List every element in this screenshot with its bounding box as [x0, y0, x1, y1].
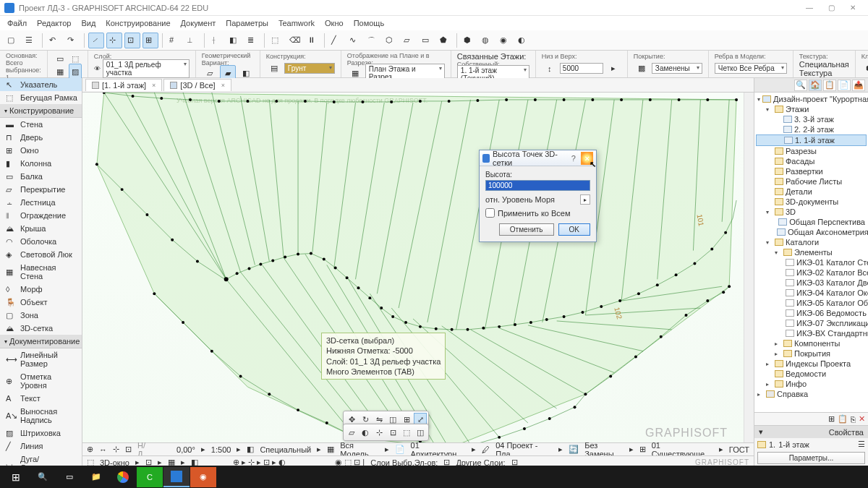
tool-snap-2[interactable]: ⊹	[106, 33, 122, 48]
height-icon[interactable]: ↕	[542, 61, 558, 77]
toolbox-design-header[interactable]: ▾Конструирование	[0, 104, 82, 118]
cover-icon[interactable]: ▩	[634, 61, 650, 77]
tool-suspend[interactable]: ⏸	[305, 33, 320, 48]
dialog-height-input[interactable]	[485, 180, 590, 191]
tool-object[interactable]: ◧	[226, 33, 242, 48]
nav-action-del[interactable]: ✕	[859, 414, 865, 424]
dialog-cancel-button[interactable]: Отменить	[499, 223, 554, 236]
pet2-1[interactable]: ▱	[345, 426, 358, 439]
tool-line6[interactable]: ▭	[419, 33, 435, 48]
tool-3d-2[interactable]: ◍	[479, 33, 495, 48]
constr-icon[interactable]: ▤	[266, 61, 282, 77]
tool-grid[interactable]: #	[166, 33, 182, 48]
menu-help[interactable]: Помощь	[349, 17, 389, 29]
taskbar-start[interactable]: ⊞	[3, 467, 29, 487]
menu-teamwork[interactable]: Teamwork	[274, 17, 319, 29]
tool-stair[interactable]: ⫠Лестница	[0, 196, 82, 209]
taskbar-app1[interactable]: C	[137, 467, 163, 487]
tool-mesh[interactable]: ⛰3D-сетка	[0, 322, 82, 335]
menu-window[interactable]: Окно	[320, 17, 348, 29]
nav-tab-layout[interactable]: 📄	[838, 80, 851, 91]
tool-trash[interactable]: ⌫	[286, 33, 302, 48]
tool-beam[interactable]: ▭Балка	[0, 170, 82, 183]
tool-line2[interactable]: ∿	[346, 33, 362, 48]
class-icon[interactable]: ⬢	[861, 61, 868, 77]
props-btn[interactable]: ☰	[858, 440, 865, 449]
tool-label[interactable]: A↘Выносная Надпись	[0, 405, 82, 427]
nav-tab-publisher[interactable]: 📤	[852, 80, 865, 91]
tool-3d-3[interactable]: ◉	[497, 33, 513, 48]
tool-snap-4[interactable]: ⊞	[142, 33, 158, 48]
tool-select[interactable]: ⬚	[268, 33, 284, 48]
tool-window[interactable]: ⊞Окно	[0, 144, 82, 157]
tool-pointer[interactable]: ↖Указатель	[0, 78, 82, 91]
tool-curtain[interactable]: ▦Навесная Стена	[0, 261, 82, 283]
tool-line7[interactable]: ⬟	[437, 33, 453, 48]
tab-3d[interactable]: [3D / Все]×	[163, 79, 231, 91]
tool-slab[interactable]: ▱Перекрытие	[0, 183, 82, 196]
menu-edit[interactable]: Редактор	[33, 17, 75, 29]
layer-select[interactable]: 01_1 3Д рельеф участка	[103, 59, 190, 78]
nav-action-2[interactable]: 📋	[838, 414, 848, 424]
props-settings-button[interactable]: Параметры...	[757, 452, 865, 464]
pet2-5[interactable]: ⬚	[400, 426, 413, 439]
dialog-ref-button[interactable]: ▸	[580, 194, 590, 205]
tool-line5[interactable]: ▱	[401, 33, 417, 48]
menu-options[interactable]: Параметры	[221, 17, 273, 29]
tool-open[interactable]: ☰	[22, 33, 38, 48]
pet2-2[interactable]: ◐	[359, 426, 372, 439]
tool-zone[interactable]: ▢Зона	[0, 309, 82, 322]
tool-skylight[interactable]: ◈Световой Люк	[0, 248, 82, 261]
tool-marquee[interactable]: ⬚Бегущая Рамка	[0, 91, 82, 104]
menu-view[interactable]: Вид	[77, 17, 100, 29]
props-header[interactable]: Свойства	[829, 428, 864, 437]
tool-text[interactable]: AТекст	[0, 392, 82, 405]
edges-select[interactable]: Четко Все Ребра	[715, 63, 787, 74]
constr-select[interactable]: Грунт	[284, 63, 335, 74]
dialog-help-button[interactable]: ?	[569, 154, 578, 163]
tool-3d-1[interactable]: ⬢	[461, 33, 477, 48]
tool-line3[interactable]: ⌒	[365, 33, 380, 48]
tool-morph[interactable]: ◊Морф	[0, 283, 82, 296]
tool-3d-4[interactable]: ◐	[515, 33, 531, 48]
status-scale[interactable]: 1:500	[211, 445, 231, 454]
tool-line4[interactable]: ⬡	[383, 33, 399, 48]
minimize-button[interactable]: —	[799, 1, 820, 15]
tool-new[interactable]: ▢	[4, 33, 20, 48]
tool-layer[interactable]: ≣	[244, 33, 260, 48]
pet2-6[interactable]: ◫	[414, 426, 427, 439]
tool-arc[interactable]: ◡Дуга/Окружность	[0, 453, 82, 466]
toolbox-doc-header[interactable]: ▾Документирование	[0, 335, 82, 348]
taskbar-taskview[interactable]: ▭	[56, 467, 82, 487]
tool-column[interactable]: ▮Колонна	[0, 157, 82, 170]
tab-close-icon[interactable]: ×	[152, 82, 156, 89]
nav-action-1[interactable]: ⊞	[828, 414, 835, 424]
nav-search[interactable]: 🔍	[794, 80, 807, 91]
tool-line[interactable]: ╱Линия	[0, 440, 82, 453]
pet2-3[interactable]: ⊹	[373, 426, 386, 439]
dialog-close-button[interactable]: ×↖	[581, 152, 593, 165]
tool-object[interactable]: 🪑Объект	[0, 296, 82, 309]
height-input[interactable]	[560, 63, 603, 74]
nav-action-3[interactable]: ⎘	[851, 415, 856, 424]
maximize-button[interactable]: ▢	[820, 1, 842, 15]
dialog-apply-all-checkbox[interactable]	[485, 208, 495, 218]
taskbar-app2[interactable]: ◉	[190, 467, 216, 487]
close-button[interactable]: ✕	[842, 1, 864, 15]
taskbar-chrome[interactable]	[110, 467, 136, 487]
tool-shell[interactable]: ◠Оболочка	[0, 235, 82, 248]
tool-fill[interactable]: ▨Штриховка	[0, 427, 82, 440]
status-opt7[interactable]: ГОСТ	[729, 445, 749, 454]
tool-railing[interactable]: ⦀Ограждение	[0, 209, 82, 222]
tool-door[interactable]: ⊓Дверь	[0, 131, 82, 144]
tool-undo[interactable]: ↶	[46, 33, 62, 48]
tool-line1[interactable]: ╱	[328, 33, 344, 48]
tool-measure[interactable]: ⟊	[208, 33, 224, 48]
infobox-sel4[interactable]: ▨	[69, 64, 82, 80]
status-opt1[interactable]: Специальный	[260, 445, 311, 454]
dialog-ok-button[interactable]: OK	[558, 223, 590, 236]
tab-floor-plan[interactable]: [1. 1-й этаж]×	[85, 79, 162, 91]
tool-snap-3[interactable]: ⊡	[124, 33, 140, 48]
tool-ruler[interactable]: ⟂	[184, 33, 200, 48]
menu-file[interactable]: Файл	[3, 17, 31, 29]
